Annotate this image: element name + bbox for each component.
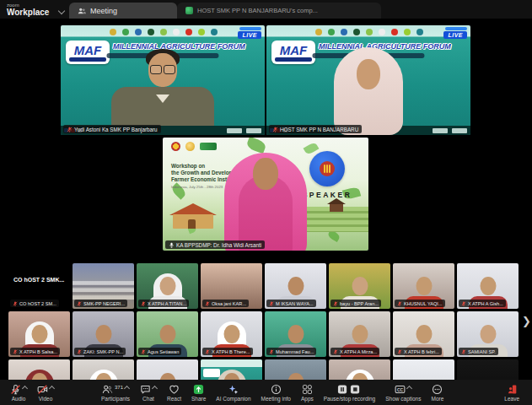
hut bbox=[330, 204, 343, 212]
muted-mic-icon bbox=[77, 301, 82, 306]
participant-name-label: X ATPH A Gish... bbox=[459, 300, 506, 307]
muted-mic-icon bbox=[269, 301, 274, 306]
tile-title-text: CO hOST 2 SMK... bbox=[13, 277, 67, 283]
maf-logo-text: MAF bbox=[280, 44, 308, 57]
ministry-logo bbox=[185, 142, 195, 151]
participant-tile[interactable]: bayu - BPP Aran... bbox=[329, 263, 390, 309]
live-badge: LIVE bbox=[238, 27, 261, 39]
participant-name-label: M IKSAN WAYA... bbox=[266, 300, 316, 307]
more-button[interactable]: More bbox=[427, 384, 448, 402]
participant-tile[interactable]: X ATPH B Salsa... bbox=[8, 311, 70, 357]
participant-silhouette bbox=[265, 359, 326, 380]
ai-companion-button[interactable]: AI Companion bbox=[212, 384, 255, 402]
tab-meeting[interactable]: Meeting bbox=[69, 3, 177, 19]
participants-icon bbox=[102, 384, 113, 395]
muted-mic-icon bbox=[397, 349, 402, 354]
participant-name-label: X ATPH A TITAN... bbox=[138, 300, 189, 307]
asean-logo bbox=[309, 151, 345, 186]
participant-name-label: SMK-PP NEGERI... bbox=[74, 300, 127, 307]
participant-name-label: bayu - BPP Aran... bbox=[330, 300, 381, 307]
participant-tile[interactable]: SMK-PP NEGERI... bbox=[73, 263, 134, 309]
muted-mic-icon bbox=[205, 301, 210, 306]
video-button[interactable]: Video bbox=[33, 384, 58, 402]
apps-button[interactable]: Apps bbox=[297, 384, 318, 402]
info-icon bbox=[271, 384, 282, 395]
chat-button[interactable]: Chat bbox=[136, 384, 161, 402]
muted-mic-icon bbox=[13, 349, 18, 354]
participant-tile[interactable]: CO hOST 2 SMK...CO hOST 2 SM... bbox=[8, 263, 70, 309]
maf-logo: MAF bbox=[66, 40, 110, 64]
video-options-chevron[interactable] bbox=[49, 385, 55, 391]
svg-text:CC: CC bbox=[397, 386, 404, 392]
share-button[interactable]: Share bbox=[187, 384, 210, 402]
participants-options-chevron[interactable] bbox=[124, 385, 130, 391]
show-captions-button[interactable]: CC Show captions bbox=[381, 384, 425, 402]
participant-tile[interactable]: Segenta DISTAN... bbox=[201, 359, 262, 380]
react-button[interactable]: React bbox=[163, 384, 185, 402]
participant-silhouette bbox=[8, 359, 70, 380]
participant-tile[interactable]: SAMIANI SP. bbox=[457, 311, 519, 357]
participant-tile[interactable]: Nila Festi bbox=[457, 359, 519, 380]
participant-name-label: Yudi Astoni Ka SMK PP Banjarbaru bbox=[63, 125, 161, 133]
participant-tile[interactable]: X ATPH B There... bbox=[201, 311, 262, 357]
participant-tile[interactable]: X ATPH kusnul... bbox=[393, 359, 454, 380]
participant-tile[interactable]: X ATPH A Gish... bbox=[457, 263, 519, 309]
maf-banner: LIVE MAF MILLENNIAL AGRICULTURE FORUM bbox=[61, 25, 265, 135]
meeting-people-icon bbox=[78, 7, 86, 15]
main-video-2[interactable]: LIVE MAF MILLENNIAL AGRICULTURE FORUM HO… bbox=[266, 25, 470, 135]
partner-logos bbox=[110, 27, 228, 36]
participants-button[interactable]: 371 Participants bbox=[97, 384, 134, 402]
video-off-icon bbox=[37, 384, 48, 395]
speaker-video[interactable]: Workshop on the Growth and Development o… bbox=[163, 138, 368, 251]
participant-tile[interactable]: M IKSAN WAYA... bbox=[265, 263, 326, 309]
leave-button[interactable]: Leave bbox=[500, 384, 524, 402]
participant-tile[interactable]: aurelia X APHP (... bbox=[73, 359, 134, 380]
participants-grid: CO hOST 2 SMK...CO hOST 2 SM...SMK-PP NE… bbox=[8, 263, 519, 380]
muted-mic-icon bbox=[67, 127, 73, 132]
pause-recording-icon bbox=[337, 384, 348, 395]
participant-tile[interactable]: KHUSNUL YAQI... bbox=[393, 263, 454, 309]
participant-name-label: Agus Setiawan bbox=[138, 348, 181, 355]
maf-banner: LIVE MAF MILLENNIAL AGRICULTURE FORUM bbox=[266, 25, 470, 135]
muted-mic-icon bbox=[397, 301, 402, 306]
participant-tile[interactable]: X ATPH B Yung... bbox=[137, 359, 198, 380]
participant-tile[interactable]: Oksa jani KAR... bbox=[201, 263, 262, 309]
participant-tile[interactable]: X ATPH A Mirza... bbox=[329, 311, 390, 357]
participants-count: 371 bbox=[115, 385, 123, 390]
meeting-info-button[interactable]: Meeting info bbox=[257, 384, 295, 402]
participant-tile[interactable]: BPD DLH BERSAT... bbox=[265, 359, 326, 380]
muted-mic-icon bbox=[141, 349, 146, 354]
captions-options-chevron[interactable] bbox=[406, 385, 412, 391]
mic-icon bbox=[169, 242, 175, 248]
audio-options-chevron[interactable] bbox=[22, 385, 28, 391]
live-badge: LIVE bbox=[443, 27, 467, 39]
participant-name-label: Muhammad Fau... bbox=[266, 348, 316, 355]
next-page-button[interactable]: ❯ bbox=[522, 316, 531, 327]
main-video-1[interactable]: LIVE MAF MILLENNIAL AGRICULTURE FORUM Yu… bbox=[61, 25, 265, 135]
chevron-down-icon bbox=[58, 8, 65, 14]
live-badge-label: LIVE bbox=[238, 31, 261, 39]
participant-tile[interactable]: Agus Setiawan bbox=[137, 311, 198, 357]
banner-tagline bbox=[312, 53, 424, 58]
workspace-menu[interactable]: zoom Workplace bbox=[0, 0, 69, 19]
participant-tile[interactable]: X ATPH B Muna... bbox=[8, 359, 70, 380]
audio-button[interactable]: Audio bbox=[6, 384, 31, 402]
participant-name-label: X ATPH B Salsa... bbox=[10, 348, 60, 355]
muted-mic-icon bbox=[269, 349, 274, 354]
workshop-logos bbox=[171, 142, 217, 151]
more-icon bbox=[432, 384, 443, 395]
participant-tile[interactable]: salsa rahmawati... bbox=[329, 359, 390, 380]
maf-logo-text: MAF bbox=[74, 44, 102, 57]
banner-title: MILLENNIAL AGRICULTURE FORUM bbox=[319, 42, 440, 51]
participant-tile[interactable]: Muhammad Fau... bbox=[265, 311, 326, 357]
participant-silhouette bbox=[329, 359, 390, 380]
muted-mic-icon bbox=[461, 349, 466, 354]
participant-tile[interactable]: ZAKI: SMK-PP N... bbox=[73, 311, 134, 357]
pause-stop-recording-button[interactable]: Pause/stop recording bbox=[320, 384, 379, 402]
partner-logos bbox=[315, 27, 433, 36]
participant-tile[interactable]: X ATPH A TITAN... bbox=[137, 263, 198, 309]
muted-mic-icon bbox=[77, 349, 82, 354]
chat-options-chevron[interactable] bbox=[152, 385, 158, 391]
tab-host-participant[interactable]: HOST SMK PP N BANJARBARU's comp... bbox=[177, 3, 381, 19]
participant-tile[interactable]: X ATPH B febri... bbox=[393, 311, 454, 357]
